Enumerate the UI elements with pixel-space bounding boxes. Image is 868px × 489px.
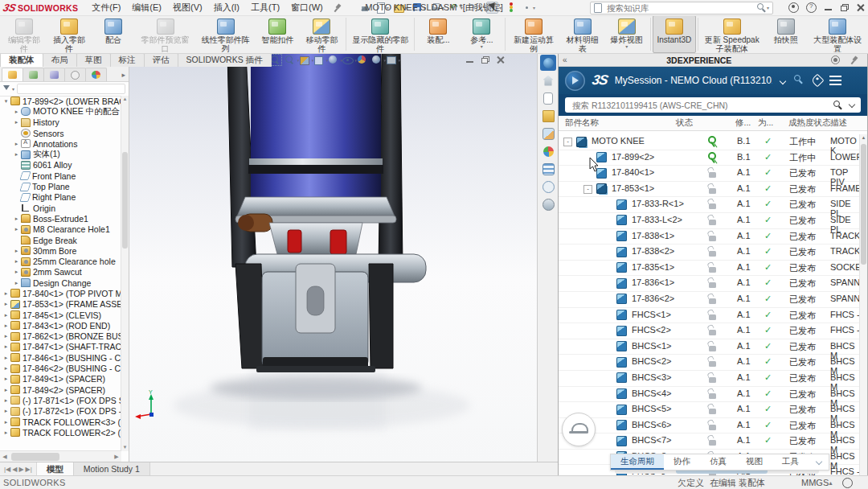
tree-item[interactable]: ▸2mm Sawcut xyxy=(0,267,121,277)
menu-icon[interactable] xyxy=(829,76,841,77)
table-row[interactable]: 17-838<1>A.1✓已发布TRACK- xyxy=(559,229,860,245)
column-header[interactable]: 部件名称 xyxy=(565,117,599,129)
expander-icon[interactable]: ▸ xyxy=(13,216,20,222)
tree-item[interactable]: ▸17-847<1> (SHAFT-TRACK) xyxy=(0,342,121,352)
tree-item[interactable]: Edge Break xyxy=(0,235,121,245)
expander-icon[interactable]: ▾ xyxy=(2,98,10,105)
table-row[interactable]: FHCS<1>A.1✓已发布FHCS - xyxy=(559,308,860,324)
expander-icon[interactable]: ▸ xyxy=(13,258,20,265)
column-header[interactable]: 为... xyxy=(758,117,773,129)
expander-icon[interactable]: ▸ xyxy=(13,119,20,125)
tab-标注[interactable]: 标注 xyxy=(110,53,145,67)
snapshot-button[interactable]: 拍快照 xyxy=(764,15,808,53)
tree-item[interactable]: ▸(-) 17-871<1> (FOX DPS SH xyxy=(0,395,121,405)
menu-2[interactable]: 视图(V) xyxy=(167,2,208,14)
tree-item[interactable]: ▸TRACK FOLLOWER<2> (YOI xyxy=(0,427,121,438)
knowledge-search-input[interactable] xyxy=(605,2,757,14)
taskpane-tab-file-explorer[interactable] xyxy=(540,108,556,124)
menu-3[interactable]: 插入(I) xyxy=(208,2,245,14)
tree-item[interactable]: ▸实体(1) xyxy=(0,149,121,159)
footer-tab-仿真[interactable]: 仿真 xyxy=(700,454,736,470)
table-row[interactable]: 17-833-L<2>A.1✓已发布SIDE PL xyxy=(559,213,860,229)
graphics-viewport[interactable]: ▾▾▾▾▾▾▾ Y xyxy=(129,53,537,462)
tree-item[interactable]: ▸30mm Bore xyxy=(0,245,121,256)
dropdown-icon[interactable]: ▾ xyxy=(224,43,227,51)
table-row[interactable]: BHCS<7>A.1✓已发布BHCS M xyxy=(559,434,860,450)
chevron-down-icon[interactable] xyxy=(780,79,787,84)
scroll-left-icon[interactable]: ◀ xyxy=(0,454,10,460)
taskpane-tab-experience[interactable] xyxy=(540,55,556,71)
search-icon[interactable] xyxy=(757,3,767,13)
menu-5[interactable]: 窗口(W) xyxy=(285,2,329,14)
filter-icon[interactable] xyxy=(3,85,10,93)
dropdown-icon[interactable]: ▾ xyxy=(68,43,70,51)
filter-input[interactable] xyxy=(17,84,125,94)
show-hidden-button[interactable]: 显示隐藏的零部件 xyxy=(348,15,412,53)
scrollbar-thumb[interactable] xyxy=(861,144,866,265)
close-window-icon[interactable] xyxy=(496,55,505,64)
dropdown-icon[interactable]: ▾ xyxy=(398,58,400,63)
experience-search[interactable] xyxy=(565,97,861,113)
tree-item[interactable]: ▸17-853<1> (FRAME ASSEM xyxy=(0,299,121,310)
dropdown-icon[interactable]: ▾ xyxy=(481,43,483,51)
table-row[interactable]: 17-836<2>A.1✓已发布SPANNE xyxy=(559,292,860,308)
menu-0[interactable]: 文件(F) xyxy=(86,2,126,14)
taskpane-tab-home[interactable] xyxy=(540,72,556,88)
restore-icon[interactable] xyxy=(840,3,849,12)
bom-button[interactable]: 材料明细表 xyxy=(560,15,605,53)
dropdown-icon[interactable]: ▾ xyxy=(625,43,628,51)
edit-appearance-icon[interactable] xyxy=(357,55,368,65)
smart-fastener-button[interactable]: 智能扣件 xyxy=(256,15,299,53)
tree-item[interactable]: ▸TRACK FOLLOWER<3> (YOI xyxy=(0,417,121,427)
scrollbar-thumb[interactable] xyxy=(11,453,59,461)
table-row[interactable]: 17-840<1>A.1✓已发布TOP PIV xyxy=(559,166,860,182)
expander-icon[interactable]: - xyxy=(583,185,592,194)
tab-feature-manager[interactable] xyxy=(2,68,23,81)
table-row[interactable]: BHCS<6>A.1✓已发布BHCS M xyxy=(559,418,860,434)
table-row[interactable]: BHCS<4>A.1✓已发布BHCS M xyxy=(559,387,860,403)
table-vertical-scrollbar[interactable]: ▲ xyxy=(859,134,867,475)
table-row[interactable]: 17-899<2>B.1✓工作中LOWER xyxy=(559,150,860,166)
taskpane-tab-settings[interactable] xyxy=(540,196,556,212)
tree-item[interactable]: ▸Annotations xyxy=(0,138,121,149)
expander-icon[interactable]: - xyxy=(563,138,572,146)
tag-icon[interactable] xyxy=(810,74,824,88)
dropdown-icon[interactable]: ▾ xyxy=(533,5,535,10)
scrollbar-thumb[interactable] xyxy=(122,152,128,249)
shock-assembly-model[interactable] xyxy=(129,53,537,462)
footer-tab-协作[interactable]: 协作 xyxy=(664,454,700,470)
tree-item[interactable]: ▸17-862<1> (BRONZE BUSHI xyxy=(0,331,121,342)
more-tabs-icon[interactable]: ▸ xyxy=(121,71,125,79)
tab-草图[interactable]: 草图 xyxy=(76,53,111,67)
insert-component-button[interactable]: 插入零部件▾ xyxy=(47,15,92,53)
taskpane-tab-notebook[interactable] xyxy=(540,90,556,106)
footer-tab-视图[interactable]: 视图 xyxy=(736,454,772,470)
experience-search-input[interactable] xyxy=(571,100,829,111)
status-globe-icon[interactable] xyxy=(842,478,853,488)
tree-item[interactable]: Front Plane xyxy=(0,171,121,181)
linear-pattern-button[interactable]: 线性零部件阵列▾ xyxy=(195,15,256,53)
mate-button[interactable]: 配合 xyxy=(92,15,135,53)
next-tab-icon[interactable]: ▶ xyxy=(18,466,23,473)
tab-model[interactable]: 模型 xyxy=(37,462,74,476)
expander-icon[interactable]: ▸ xyxy=(13,109,20,115)
scroll-up-icon[interactable]: ▲ xyxy=(860,134,867,142)
menu-1[interactable]: 编辑(E) xyxy=(126,2,167,14)
gear-icon[interactable] xyxy=(831,55,840,64)
expander-icon[interactable]: ▸ xyxy=(2,312,10,318)
tab-评估[interactable]: 评估 xyxy=(144,53,178,67)
hide-show-items-icon[interactable]: ▾ xyxy=(342,55,354,65)
tree-item[interactable]: ▾17-899<2> (LOWER BRACK xyxy=(0,96,121,106)
tree-item[interactable]: ▸M8 Clearance Hole1 xyxy=(0,224,121,235)
search-icon[interactable] xyxy=(794,75,805,86)
expander-icon[interactable]: ▸ xyxy=(2,333,10,339)
expander-icon[interactable]: ▸ xyxy=(13,248,20,254)
tree-item[interactable]: ▸Design Change xyxy=(0,277,121,288)
expander-icon[interactable]: ▸ xyxy=(2,290,10,297)
tree-item[interactable]: ▸17-846<2> (BUSHING - CLE xyxy=(0,363,121,373)
table-row[interactable]: BHCS<1>A.1✓已发布BHCS M xyxy=(559,339,860,355)
knowledge-search[interactable]: ▾ xyxy=(590,2,773,14)
tree-item[interactable]: ▸(-) 17-872<1> (FOX DPS - R xyxy=(0,406,121,417)
table-row[interactable]: -MOTO KNEEB.1✓工作中MOTO K xyxy=(559,134,860,150)
column-header[interactable]: 状态 xyxy=(676,117,693,129)
